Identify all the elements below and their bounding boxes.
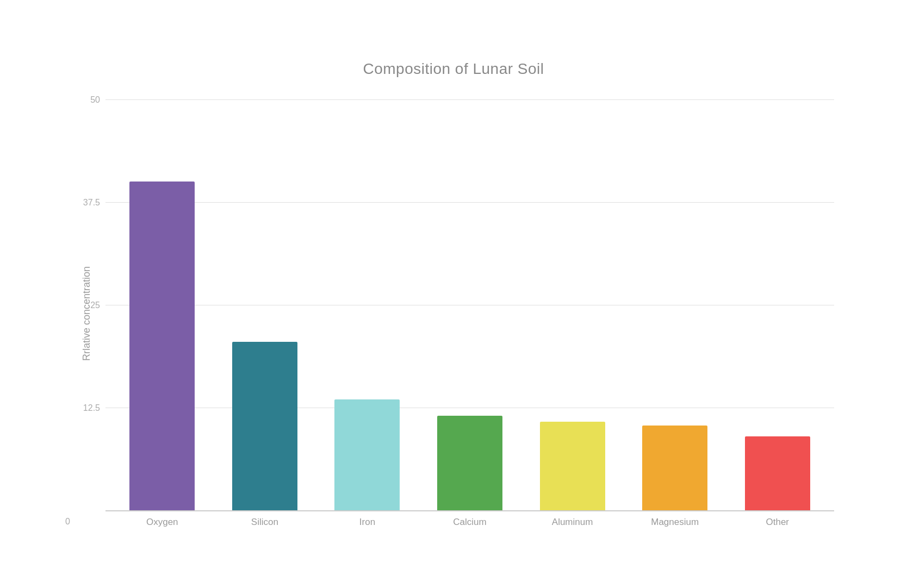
bars-row	[105, 99, 834, 510]
y-axis-label: Rrlative concentration	[73, 99, 100, 528]
chart-inner: 5037.52512.50 OxygenSiliconIronCalciumAl…	[105, 99, 834, 528]
x-label-iron: Iron	[321, 517, 413, 528]
bar-group	[424, 99, 516, 510]
x-label-silicon: Silicon	[219, 517, 311, 528]
x-labels: OxygenSiliconIronCalciumAluminumMagnesiu…	[105, 517, 834, 528]
x-label-calcium: Calcium	[424, 517, 516, 528]
grid-label: 25	[76, 301, 100, 310]
chart-container: Composition of Lunar Soil Rrlative conce…	[73, 60, 834, 528]
zero-label: 0	[46, 517, 70, 527]
x-axis-line	[105, 510, 834, 511]
x-label-other: Other	[731, 517, 823, 528]
bar-group	[219, 99, 311, 510]
bar-calcium	[437, 416, 502, 510]
x-label-oxygen: Oxygen	[116, 517, 208, 528]
x-label-aluminum: Aluminum	[526, 517, 618, 528]
grid-label: 50	[76, 95, 100, 105]
bar-magnesium	[642, 426, 707, 510]
chart-area: Rrlative concentration 5037.52512.50 Oxy…	[73, 99, 834, 528]
bar-aluminum	[540, 422, 605, 510]
grid-and-bars: 5037.52512.50	[105, 99, 834, 510]
bar-other	[745, 436, 810, 510]
bar-oxygen	[129, 182, 195, 510]
x-label-magnesium: Magnesium	[629, 517, 721, 528]
bar-group	[629, 99, 721, 510]
grid-label: 37.5	[76, 198, 100, 208]
bar-group	[116, 99, 208, 510]
bar-iron	[334, 399, 400, 510]
grid-label: 12.5	[76, 403, 100, 413]
bar-group	[731, 99, 823, 510]
chart-title: Composition of Lunar Soil	[363, 60, 544, 78]
bar-group	[526, 99, 618, 510]
bar-silicon	[232, 342, 297, 510]
bar-group	[321, 99, 413, 510]
